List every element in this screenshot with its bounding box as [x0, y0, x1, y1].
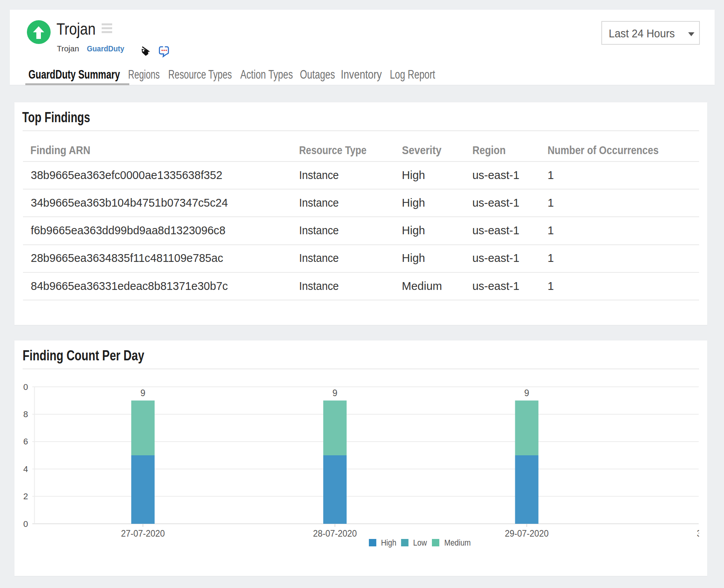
svg-text:0: 0	[23, 519, 28, 529]
svg-text:29-07-2020: 29-07-2020	[505, 528, 548, 539]
svg-text:9: 9	[333, 388, 338, 398]
svg-text:28-07-2020: 28-07-2020	[313, 528, 357, 539]
svg-text:6: 6	[23, 437, 28, 446]
svg-text:2: 2	[23, 491, 28, 501]
svg-text:High: High	[381, 538, 396, 548]
svg-text:8: 8	[23, 409, 28, 419]
svg-text:9: 9	[524, 388, 529, 398]
svg-text:Low: Low	[413, 538, 427, 548]
svg-text:Medium: Medium	[444, 538, 471, 548]
svg-text:0: 0	[23, 382, 28, 392]
svg-text:27-07-2020: 27-07-2020	[121, 528, 165, 539]
svg-text:30-07-2020: 30-07-2020	[697, 528, 707, 539]
svg-text:4: 4	[23, 464, 28, 474]
svg-text:9: 9	[141, 388, 146, 398]
